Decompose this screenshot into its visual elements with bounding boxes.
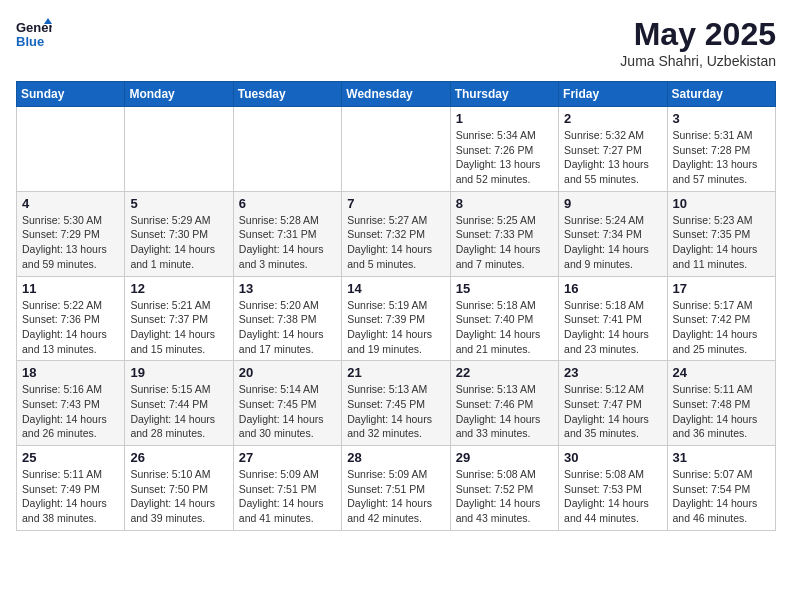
day-number: 18 bbox=[22, 365, 119, 380]
day-info: Sunrise: 5:09 AM Sunset: 7:51 PM Dayligh… bbox=[239, 467, 336, 526]
calendar-title: May 2025 bbox=[620, 16, 776, 53]
calendar-cell: 19Sunrise: 5:15 AM Sunset: 7:44 PM Dayli… bbox=[125, 361, 233, 446]
calendar-cell: 17Sunrise: 5:17 AM Sunset: 7:42 PM Dayli… bbox=[667, 276, 775, 361]
day-number: 23 bbox=[564, 365, 661, 380]
day-info: Sunrise: 5:11 AM Sunset: 7:48 PM Dayligh… bbox=[673, 382, 770, 441]
calendar-week-row: 18Sunrise: 5:16 AM Sunset: 7:43 PM Dayli… bbox=[17, 361, 776, 446]
day-info: Sunrise: 5:16 AM Sunset: 7:43 PM Dayligh… bbox=[22, 382, 119, 441]
calendar-cell: 22Sunrise: 5:13 AM Sunset: 7:46 PM Dayli… bbox=[450, 361, 558, 446]
calendar-cell: 5Sunrise: 5:29 AM Sunset: 7:30 PM Daylig… bbox=[125, 191, 233, 276]
day-number: 25 bbox=[22, 450, 119, 465]
svg-text:Blue: Blue bbox=[16, 34, 44, 49]
calendar-week-row: 1Sunrise: 5:34 AM Sunset: 7:26 PM Daylig… bbox=[17, 107, 776, 192]
day-info: Sunrise: 5:22 AM Sunset: 7:36 PM Dayligh… bbox=[22, 298, 119, 357]
day-info: Sunrise: 5:11 AM Sunset: 7:49 PM Dayligh… bbox=[22, 467, 119, 526]
calendar-cell: 23Sunrise: 5:12 AM Sunset: 7:47 PM Dayli… bbox=[559, 361, 667, 446]
weekday-header-friday: Friday bbox=[559, 82, 667, 107]
day-number: 5 bbox=[130, 196, 227, 211]
day-info: Sunrise: 5:14 AM Sunset: 7:45 PM Dayligh… bbox=[239, 382, 336, 441]
weekday-header-wednesday: Wednesday bbox=[342, 82, 450, 107]
day-info: Sunrise: 5:15 AM Sunset: 7:44 PM Dayligh… bbox=[130, 382, 227, 441]
logo: General Blue bbox=[16, 16, 52, 52]
calendar-cell: 1Sunrise: 5:34 AM Sunset: 7:26 PM Daylig… bbox=[450, 107, 558, 192]
day-info: Sunrise: 5:32 AM Sunset: 7:27 PM Dayligh… bbox=[564, 128, 661, 187]
day-info: Sunrise: 5:12 AM Sunset: 7:47 PM Dayligh… bbox=[564, 382, 661, 441]
calendar-cell: 28Sunrise: 5:09 AM Sunset: 7:51 PM Dayli… bbox=[342, 446, 450, 531]
calendar-cell: 10Sunrise: 5:23 AM Sunset: 7:35 PM Dayli… bbox=[667, 191, 775, 276]
day-number: 30 bbox=[564, 450, 661, 465]
weekday-header-saturday: Saturday bbox=[667, 82, 775, 107]
day-info: Sunrise: 5:31 AM Sunset: 7:28 PM Dayligh… bbox=[673, 128, 770, 187]
day-number: 6 bbox=[239, 196, 336, 211]
calendar-cell: 15Sunrise: 5:18 AM Sunset: 7:40 PM Dayli… bbox=[450, 276, 558, 361]
day-number: 17 bbox=[673, 281, 770, 296]
day-number: 9 bbox=[564, 196, 661, 211]
day-info: Sunrise: 5:23 AM Sunset: 7:35 PM Dayligh… bbox=[673, 213, 770, 272]
calendar-cell: 3Sunrise: 5:31 AM Sunset: 7:28 PM Daylig… bbox=[667, 107, 775, 192]
day-info: Sunrise: 5:13 AM Sunset: 7:46 PM Dayligh… bbox=[456, 382, 553, 441]
weekday-header-row: SundayMondayTuesdayWednesdayThursdayFrid… bbox=[17, 82, 776, 107]
day-info: Sunrise: 5:10 AM Sunset: 7:50 PM Dayligh… bbox=[130, 467, 227, 526]
calendar-cell: 24Sunrise: 5:11 AM Sunset: 7:48 PM Dayli… bbox=[667, 361, 775, 446]
calendar-cell: 8Sunrise: 5:25 AM Sunset: 7:33 PM Daylig… bbox=[450, 191, 558, 276]
day-number: 14 bbox=[347, 281, 444, 296]
day-info: Sunrise: 5:18 AM Sunset: 7:40 PM Dayligh… bbox=[456, 298, 553, 357]
calendar-cell bbox=[17, 107, 125, 192]
calendar-week-row: 4Sunrise: 5:30 AM Sunset: 7:29 PM Daylig… bbox=[17, 191, 776, 276]
day-number: 19 bbox=[130, 365, 227, 380]
calendar-cell: 25Sunrise: 5:11 AM Sunset: 7:49 PM Dayli… bbox=[17, 446, 125, 531]
day-info: Sunrise: 5:08 AM Sunset: 7:52 PM Dayligh… bbox=[456, 467, 553, 526]
weekday-header-tuesday: Tuesday bbox=[233, 82, 341, 107]
day-info: Sunrise: 5:20 AM Sunset: 7:38 PM Dayligh… bbox=[239, 298, 336, 357]
calendar-cell: 27Sunrise: 5:09 AM Sunset: 7:51 PM Dayli… bbox=[233, 446, 341, 531]
day-info: Sunrise: 5:21 AM Sunset: 7:37 PM Dayligh… bbox=[130, 298, 227, 357]
calendar-cell: 7Sunrise: 5:27 AM Sunset: 7:32 PM Daylig… bbox=[342, 191, 450, 276]
logo-icon: General Blue bbox=[16, 16, 52, 52]
day-number: 10 bbox=[673, 196, 770, 211]
day-number: 11 bbox=[22, 281, 119, 296]
day-number: 31 bbox=[673, 450, 770, 465]
calendar-week-row: 11Sunrise: 5:22 AM Sunset: 7:36 PM Dayli… bbox=[17, 276, 776, 361]
day-info: Sunrise: 5:28 AM Sunset: 7:31 PM Dayligh… bbox=[239, 213, 336, 272]
calendar-cell bbox=[233, 107, 341, 192]
calendar-cell: 31Sunrise: 5:07 AM Sunset: 7:54 PM Dayli… bbox=[667, 446, 775, 531]
calendar-cell: 12Sunrise: 5:21 AM Sunset: 7:37 PM Dayli… bbox=[125, 276, 233, 361]
day-number: 16 bbox=[564, 281, 661, 296]
day-number: 13 bbox=[239, 281, 336, 296]
day-number: 3 bbox=[673, 111, 770, 126]
day-number: 22 bbox=[456, 365, 553, 380]
calendar-cell bbox=[125, 107, 233, 192]
calendar-cell: 26Sunrise: 5:10 AM Sunset: 7:50 PM Dayli… bbox=[125, 446, 233, 531]
day-info: Sunrise: 5:07 AM Sunset: 7:54 PM Dayligh… bbox=[673, 467, 770, 526]
calendar-cell: 6Sunrise: 5:28 AM Sunset: 7:31 PM Daylig… bbox=[233, 191, 341, 276]
calendar-cell: 18Sunrise: 5:16 AM Sunset: 7:43 PM Dayli… bbox=[17, 361, 125, 446]
day-info: Sunrise: 5:09 AM Sunset: 7:51 PM Dayligh… bbox=[347, 467, 444, 526]
calendar-cell: 11Sunrise: 5:22 AM Sunset: 7:36 PM Dayli… bbox=[17, 276, 125, 361]
day-number: 29 bbox=[456, 450, 553, 465]
day-number: 2 bbox=[564, 111, 661, 126]
calendar-cell: 4Sunrise: 5:30 AM Sunset: 7:29 PM Daylig… bbox=[17, 191, 125, 276]
day-number: 26 bbox=[130, 450, 227, 465]
calendar-subtitle: Juma Shahri, Uzbekistan bbox=[620, 53, 776, 69]
day-number: 4 bbox=[22, 196, 119, 211]
day-info: Sunrise: 5:18 AM Sunset: 7:41 PM Dayligh… bbox=[564, 298, 661, 357]
calendar-cell bbox=[342, 107, 450, 192]
calendar-week-row: 25Sunrise: 5:11 AM Sunset: 7:49 PM Dayli… bbox=[17, 446, 776, 531]
day-info: Sunrise: 5:25 AM Sunset: 7:33 PM Dayligh… bbox=[456, 213, 553, 272]
day-info: Sunrise: 5:13 AM Sunset: 7:45 PM Dayligh… bbox=[347, 382, 444, 441]
weekday-header-monday: Monday bbox=[125, 82, 233, 107]
day-number: 1 bbox=[456, 111, 553, 126]
day-number: 21 bbox=[347, 365, 444, 380]
day-info: Sunrise: 5:08 AM Sunset: 7:53 PM Dayligh… bbox=[564, 467, 661, 526]
calendar-cell: 30Sunrise: 5:08 AM Sunset: 7:53 PM Dayli… bbox=[559, 446, 667, 531]
calendar-cell: 9Sunrise: 5:24 AM Sunset: 7:34 PM Daylig… bbox=[559, 191, 667, 276]
page-header: General Blue May 2025 Juma Shahri, Uzbek… bbox=[16, 16, 776, 69]
calendar-cell: 29Sunrise: 5:08 AM Sunset: 7:52 PM Dayli… bbox=[450, 446, 558, 531]
day-number: 20 bbox=[239, 365, 336, 380]
day-info: Sunrise: 5:29 AM Sunset: 7:30 PM Dayligh… bbox=[130, 213, 227, 272]
calendar-cell: 16Sunrise: 5:18 AM Sunset: 7:41 PM Dayli… bbox=[559, 276, 667, 361]
day-info: Sunrise: 5:30 AM Sunset: 7:29 PM Dayligh… bbox=[22, 213, 119, 272]
day-number: 27 bbox=[239, 450, 336, 465]
day-number: 15 bbox=[456, 281, 553, 296]
calendar-cell: 21Sunrise: 5:13 AM Sunset: 7:45 PM Dayli… bbox=[342, 361, 450, 446]
